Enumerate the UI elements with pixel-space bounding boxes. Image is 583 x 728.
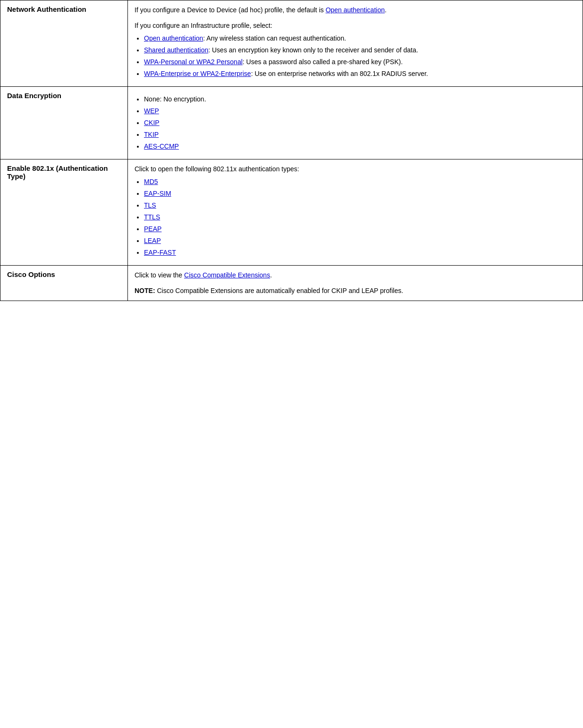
- list-item: Shared authentication: Uses an encryptio…: [144, 45, 576, 55]
- enable-8021x-label: Enable 802.1x (Authentication Type): [0, 159, 128, 266]
- cisco-options-note: NOTE: Cisco Compatible Extensions are au…: [135, 286, 576, 296]
- peap-link[interactable]: PEAP: [144, 225, 161, 233]
- list-item: WPA-Personal or WPA2 Personal: Uses a pa…: [144, 57, 576, 67]
- label-text: Cisco Options: [7, 270, 55, 278]
- wpa-personal-link[interactable]: WPA-Personal or WPA2 Personal: [144, 58, 243, 66]
- network-auth-content: If you configure a Device to Device (ad …: [128, 0, 583, 87]
- tls-link[interactable]: TLS: [144, 201, 156, 209]
- list-item: WEP: [144, 106, 576, 116]
- enable-8021x-list: MD5 EAP-SIM TLS TTLS PEAP LEAP EAP-FAST: [144, 177, 576, 258]
- wpa-enterprise-link[interactable]: WPA-Enterprise or WPA2-Enterprise: [144, 70, 251, 77]
- tkip-link[interactable]: TKIP: [144, 131, 159, 138]
- cisco-options-intro: Click to view the Cisco Compatible Exten…: [135, 270, 576, 280]
- list-item: AES-CCMP: [144, 142, 576, 151]
- table-row: Network Authentication If you configure …: [0, 0, 583, 87]
- ckip-link[interactable]: CKIP: [144, 119, 160, 126]
- table-row: Data Encryption None: No encryption. WEP…: [0, 87, 583, 159]
- open-auth-link-1[interactable]: Open authentication: [326, 6, 385, 14]
- list-item: EAP-FAST: [144, 248, 576, 258]
- label-text: Enable 802.1x (Authentication Type): [7, 164, 108, 180]
- network-auth-para2: If you configure an Infrastructure profi…: [135, 21, 576, 31]
- cisco-options-label: Cisco Options: [0, 266, 128, 301]
- cisco-options-content: Click to view the Cisco Compatible Exten…: [128, 266, 583, 301]
- md5-link[interactable]: MD5: [144, 178, 158, 185]
- table-row: Enable 802.1x (Authentication Type) Clic…: [0, 159, 583, 266]
- leap-link[interactable]: LEAP: [144, 237, 161, 244]
- note-text: Cisco Compatible Extensions are automati…: [157, 287, 403, 294]
- cisco-compat-link[interactable]: Cisco Compatible Extensions: [184, 271, 270, 279]
- network-auth-para1: If you configure a Device to Device (ad …: [135, 5, 576, 15]
- data-encryption-list: None: No encryption. WEP CKIP TKIP AES-C…: [144, 94, 576, 151]
- label-text: Network Authentication: [7, 5, 86, 13]
- data-encryption-label: Data Encryption: [0, 87, 128, 159]
- list-item: PEAP: [144, 224, 576, 234]
- table-row: Cisco Options Click to view the Cisco Co…: [0, 266, 583, 301]
- shared-auth-link[interactable]: Shared authentication: [144, 46, 208, 54]
- list-item: WPA-Enterprise or WPA2-Enterprise: Use o…: [144, 69, 576, 79]
- network-auth-list: Open authentication: Any wireless statio…: [144, 33, 576, 79]
- list-item: Open authentication: Any wireless statio…: [144, 33, 576, 43]
- ttls-link[interactable]: TTLS: [144, 213, 160, 221]
- eap-sim-link[interactable]: EAP-SIM: [144, 190, 171, 197]
- aes-ccmp-link[interactable]: AES-CCMP: [144, 142, 179, 150]
- eap-fast-link[interactable]: EAP-FAST: [144, 249, 176, 256]
- list-item: MD5: [144, 177, 576, 187]
- main-table: Network Authentication If you configure …: [0, 0, 583, 301]
- list-item: None: No encryption.: [144, 94, 576, 104]
- list-item: TKIP: [144, 130, 576, 140]
- list-item: LEAP: [144, 236, 576, 246]
- network-auth-label: Network Authentication: [0, 0, 128, 87]
- list-item: TTLS: [144, 212, 576, 222]
- note-label: NOTE:: [135, 287, 155, 294]
- enable-8021x-content: Click to open the following 802.11x auth…: [128, 159, 583, 266]
- label-text: Data Encryption: [7, 92, 61, 100]
- wep-link[interactable]: WEP: [144, 107, 159, 115]
- open-auth-link-2[interactable]: Open authentication: [144, 34, 203, 42]
- data-encryption-content: None: No encryption. WEP CKIP TKIP AES-C…: [128, 87, 583, 159]
- list-item: CKIP: [144, 118, 576, 128]
- enable-8021x-intro: Click to open the following 802.11x auth…: [135, 164, 576, 174]
- list-item: EAP-SIM: [144, 189, 576, 199]
- list-item: TLS: [144, 201, 576, 210]
